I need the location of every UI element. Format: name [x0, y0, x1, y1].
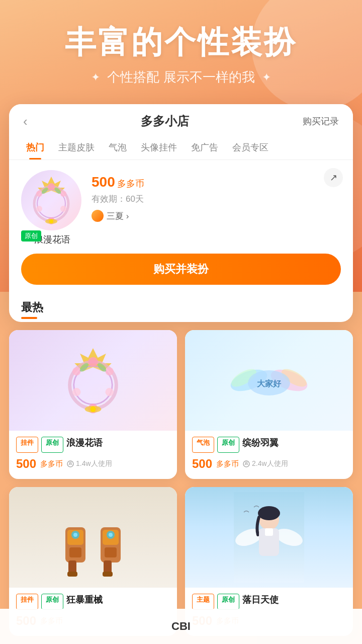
svg-point-12 — [49, 219, 53, 223]
svg-rect-49 — [103, 572, 113, 577]
tab-noad[interactable]: 免广告 — [184, 137, 225, 159]
svg-point-18 — [106, 388, 114, 396]
hero-subtitle: ✦ 个性搭配 展示不一样的我 ✦ — [0, 68, 362, 86]
product-tags-3: 挂件 原创 狂暴重械 — [16, 594, 170, 610]
product-image-4 — [185, 487, 353, 588]
cbi-label: CBI — [171, 620, 191, 633]
featured-price-unit: 多多币 — [117, 178, 144, 190]
product-price-2: 500 — [192, 457, 212, 471]
hero-subtitle-text: 个性搭配 展示不一样的我 — [107, 68, 254, 86]
tag-original-2: 原创 — [217, 437, 239, 453]
svg-point-17 — [106, 367, 114, 375]
product-users-1: 1.4w人使用 — [67, 459, 112, 468]
svg-rect-47 — [104, 560, 112, 573]
svg-point-3 — [48, 183, 55, 190]
featured-avatar — [21, 170, 81, 230]
back-button[interactable]: ‹ — [23, 114, 28, 129]
buy-button[interactable]: 购买并装扮 — [21, 254, 341, 285]
svg-rect-46 — [68, 560, 76, 573]
product-price-unit-2: 多多币 — [216, 459, 239, 469]
sparkle-left-icon: ✦ — [91, 71, 100, 84]
tab-bubble[interactable]: 气泡 — [102, 137, 134, 159]
product-tags-4: 主题 原创 落日天使 — [192, 594, 346, 610]
product-tags-2: 气泡 原创 缤纷羽翼 — [192, 437, 346, 453]
featured-item: 原创 浪漫花语 500 多多币 有效期：60天 三夏 › ↗ — [9, 160, 353, 254]
svg-point-8 — [36, 191, 42, 197]
svg-point-5 — [60, 206, 66, 212]
tag-type-4: 主题 — [192, 594, 214, 610]
product-body-2: 气泡 原创 缤纷羽翼 500 多多币 2.4w人使用 — [185, 431, 353, 479]
author-avatar — [92, 210, 104, 222]
featured-validity: 有效期：60天 — [92, 193, 341, 205]
tab-theme[interactable]: 主题皮肤 — [51, 137, 102, 159]
tab-hot[interactable]: 热门 — [19, 137, 51, 159]
svg-point-55 — [259, 508, 279, 516]
featured-avatar-wrap: 原创 浪漫花语 — [21, 170, 81, 246]
sparkle-right-icon: ✦ — [262, 71, 271, 84]
product-image-2: 大家好 — [185, 330, 353, 431]
featured-info: 500 多多币 有效期：60天 三夏 › — [92, 170, 341, 222]
product-name-1: 浪漫花语 — [66, 437, 103, 449]
section-label: 最热 — [9, 295, 353, 322]
card-header: ‹ 多多小店 购买记录 — [9, 104, 353, 134]
product-image-1 — [9, 330, 177, 431]
svg-point-16 — [88, 357, 98, 367]
tab-avatar[interactable]: 头像挂件 — [134, 137, 184, 159]
original-badge: 原创 — [21, 230, 41, 242]
featured-price: 500 — [92, 174, 115, 190]
tag-original-3: 原创 — [41, 594, 63, 610]
svg-rect-45 — [105, 547, 117, 557]
svg-point-4 — [60, 191, 66, 197]
tab-vip[interactable]: 会员专区 — [225, 137, 276, 159]
product-price-row-2: 500 多多币 2.4w人使用 — [192, 457, 346, 471]
product-body-1: 挂件 原创 浪漫花语 500 多多币 1.4w人使用 — [9, 431, 177, 479]
share-button[interactable]: ↗ — [324, 168, 343, 187]
tag-type-2: 气泡 — [192, 437, 214, 453]
product-image-3 — [9, 487, 177, 588]
hero-title: 丰富的个性装扮 — [0, 25, 362, 59]
svg-point-35 — [245, 462, 247, 464]
svg-point-39 — [73, 533, 77, 537]
svg-point-27 — [69, 462, 71, 464]
product-grid: 挂件 原创 浪漫花语 500 多多币 1.4w人使用 — [0, 330, 362, 644]
product-name-4: 落日天使 — [242, 594, 279, 606]
svg-point-25 — [90, 407, 96, 412]
product-price-unit-1: 多多币 — [40, 459, 63, 469]
svg-rect-48 — [67, 572, 77, 577]
tabs-row: 热门 主题皮肤 气泡 头像挂件 免广告 会员专区 — [9, 134, 353, 160]
svg-point-7 — [36, 206, 42, 212]
svg-rect-57 — [265, 528, 273, 536]
history-button[interactable]: 购买记录 — [303, 115, 339, 127]
svg-rect-40 — [69, 547, 81, 557]
product-card-2[interactable]: 大家好 气泡 原创 缤纷羽翼 500 多多币 2.4w人使用 — [185, 330, 353, 479]
product-users-2: 2.4w人使用 — [243, 459, 288, 468]
shop-title: 多多小店 — [141, 113, 189, 129]
author-name: 三夏 › — [107, 210, 129, 222]
product-price-1: 500 — [16, 457, 36, 471]
tag-original-1: 原创 — [41, 437, 63, 453]
share-icon: ↗ — [330, 172, 337, 183]
tag-type-1: 挂件 — [16, 437, 38, 453]
svg-text:大家好: 大家好 — [256, 379, 282, 388]
product-tags-1: 挂件 原创 浪漫花语 — [16, 437, 170, 453]
tag-type-3: 挂件 — [16, 594, 38, 610]
featured-author[interactable]: 三夏 › — [92, 210, 341, 222]
svg-point-20 — [72, 388, 80, 396]
tag-original-4: 原创 — [217, 594, 239, 610]
product-name-2: 缤纷羽翼 — [242, 437, 279, 449]
shop-card: ‹ 多多小店 购买记录 热门 主题皮肤 气泡 头像挂件 免广告 会员专区 — [9, 104, 353, 322]
product-price-row-1: 500 多多币 1.4w人使用 — [16, 457, 170, 471]
bottom-bar: CBI — [0, 609, 362, 644]
svg-point-21 — [72, 367, 80, 375]
hero-section: 丰富的个性装扮 ✦ 个性搭配 展示不一样的我 ✦ — [0, 0, 362, 86]
product-card-1[interactable]: 挂件 原创 浪漫花语 500 多多币 1.4w人使用 — [9, 330, 177, 479]
svg-point-44 — [109, 533, 113, 537]
product-name-3: 狂暴重械 — [66, 594, 103, 606]
